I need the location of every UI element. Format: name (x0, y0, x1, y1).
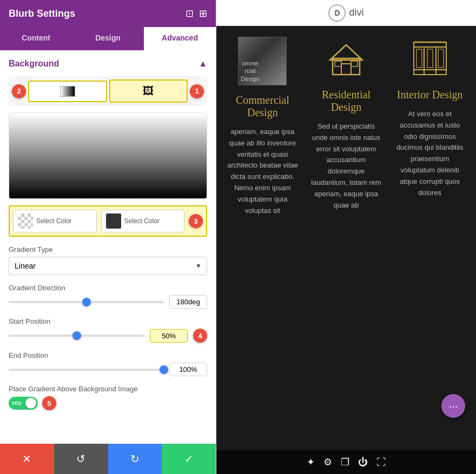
start-position-value[interactable]: 50% (150, 329, 188, 343)
start-position-fill (9, 335, 77, 337)
end-position-field: End Position 100% (9, 351, 207, 376)
divi-letter: D (334, 9, 340, 17)
svg-rect-13 (416, 49, 422, 68)
blurb-body-residential: Sed ut perspiciatis unde omnis iste natu… (309, 121, 384, 211)
end-position-slider-row: 100% (9, 363, 207, 376)
blurb-commercial: ommercialDesign Commercial Design aperia… (225, 37, 300, 216)
annotation-badge-2: 2 (12, 84, 26, 98)
end-position-thumb[interactable] (160, 365, 168, 374)
right-bottom-bar: ✦ ⚙ ❐ ⏻ ⛶ (216, 450, 476, 474)
section-collapse-icon[interactable]: ▲ (199, 59, 207, 69)
color-selector-start[interactable]: Select Color (13, 210, 97, 232)
settings-panel: Blurb Settings ⊡ ⊞ Content Design Advanc… (0, 0, 216, 474)
tab-advanced[interactable]: Advanced (144, 27, 216, 50)
annotation-badge-4: 4 (193, 329, 207, 343)
gradient-direction-thumb[interactable] (82, 298, 91, 306)
columns-icon (411, 39, 449, 77)
gradient-type-label: Gradient Type (9, 245, 207, 253)
blurb-icon-residential (325, 37, 368, 80)
image-icon: 🖼 (143, 85, 154, 97)
blurb-title-interior: Interior Design (397, 89, 463, 101)
blurb-title-residential: Residential Design (309, 89, 384, 114)
annotation-badge-5: 5 (42, 396, 56, 410)
gradient-direction-value[interactable]: 180deg (169, 295, 207, 309)
undo-button[interactable]: ↺ (54, 444, 108, 474)
layout-icon[interactable]: ⊞ (199, 8, 207, 19)
svg-rect-6 (351, 61, 358, 66)
divi-text: divi (349, 7, 363, 18)
blurb-img-overlay-text: ommercialDesign (241, 59, 259, 83)
annotation-badge-3: 3 (189, 214, 203, 228)
gradient-direction-track[interactable] (9, 301, 164, 303)
svg-rect-14 (427, 49, 433, 68)
tab-content[interactable]: Content (0, 27, 72, 50)
end-position-fill (9, 369, 164, 371)
color-label-start: Select Color (36, 217, 71, 225)
color-selector-end[interactable]: Select Color (101, 210, 185, 232)
settings-icon[interactable]: ✦ (307, 456, 315, 468)
gradient-icon (60, 86, 75, 97)
svg-rect-15 (438, 49, 444, 68)
gradient-type-select[interactable]: Linear Radial Conic (9, 257, 207, 275)
gradient-direction-fill (9, 301, 87, 303)
place-gradient-field: Place Gradient Above Background Image YE… (9, 385, 207, 410)
panel-body: Background ▲ 2 🖼 1 Select Color Select (0, 50, 216, 444)
svg-rect-5 (335, 61, 341, 66)
bg-type-image-btn[interactable]: 🖼 (109, 79, 188, 103)
fab-button[interactable]: ··· (441, 394, 465, 418)
blurb-interior: Interior Design At vero eos et accusamus… (392, 37, 467, 198)
preview-panel: D divi ommercialDesign Commercial Design… (216, 0, 476, 474)
blurb-icon-interior (408, 37, 452, 80)
save-button[interactable]: ✓ (162, 444, 216, 474)
color-selectors-row: Select Color Select Color 3 (9, 205, 207, 237)
bg-type-row: 2 🖼 1 (9, 76, 207, 106)
divi-logo: D divi (328, 4, 363, 22)
panel-title: Blurb Settings (9, 8, 75, 19)
toggle-yes-label: YES (11, 400, 21, 406)
panel-footer: ✕ ↺ ↻ ✓ (0, 444, 216, 474)
place-gradient-row: YES 5 (9, 396, 207, 410)
background-section-header: Background ▲ (9, 59, 207, 69)
color-swatch-end (106, 213, 121, 229)
background-title: Background (9, 59, 59, 69)
annotation-badge-1: 1 (190, 84, 204, 98)
gear-icon[interactable]: ⚙ (323, 456, 332, 468)
blurb-image-commercial: ommercialDesign (238, 37, 287, 85)
panel-header-icons: ⊡ ⊞ (186, 8, 207, 19)
svg-rect-4 (341, 64, 351, 75)
end-position-track[interactable] (9, 369, 164, 371)
power-icon[interactable]: ⏻ (358, 457, 368, 468)
end-position-label: End Position (9, 351, 207, 359)
gradient-type-field: Gradient Type Linear Radial Conic ▼ (9, 245, 207, 275)
start-position-label: Start Position (9, 317, 207, 325)
bg-type-gradient-btn[interactable] (28, 81, 107, 102)
place-gradient-toggle[interactable]: YES (9, 397, 38, 410)
panel-tabs: Content Design Advanced (0, 27, 216, 50)
tab-design[interactable]: Design (72, 27, 144, 50)
start-position-slider-row: 50% 4 (9, 329, 207, 343)
gradient-preview (9, 112, 207, 199)
blurb-body-commercial: aperiam, eaque ipsa quae ab illo invento… (225, 126, 300, 216)
start-position-field: Start Position 50% 4 (9, 317, 207, 343)
divi-topbar: D divi (216, 0, 476, 26)
gradient-direction-label: Gradient Direction (9, 284, 207, 292)
start-position-track[interactable] (9, 335, 144, 337)
redo-button[interactable]: ↻ (108, 444, 162, 474)
house-icon (327, 39, 365, 77)
fullscreen-icon[interactable]: ⊡ (186, 8, 194, 19)
cancel-button[interactable]: ✕ (0, 444, 54, 474)
panel-header: Blurb Settings ⊡ ⊞ (0, 0, 216, 27)
end-position-value[interactable]: 100% (169, 363, 207, 376)
color-label-end: Select Color (124, 217, 160, 225)
color-swatch-start (18, 213, 33, 229)
start-position-thumb[interactable] (72, 331, 81, 340)
gradient-type-select-wrapper: Linear Radial Conic ▼ (9, 257, 207, 275)
gradient-direction-field: Gradient Direction 180deg (9, 284, 207, 309)
expand-icon[interactable]: ⛶ (376, 457, 386, 468)
toggle-knob (25, 398, 36, 409)
place-gradient-label: Place Gradient Above Background Image (9, 385, 207, 393)
copy-icon[interactable]: ❐ (341, 456, 349, 468)
blurb-title-commercial: Commercial Design (225, 94, 300, 119)
divi-logo-circle: D (328, 4, 346, 22)
content-area: ommercialDesign Commercial Design aperia… (216, 26, 476, 450)
